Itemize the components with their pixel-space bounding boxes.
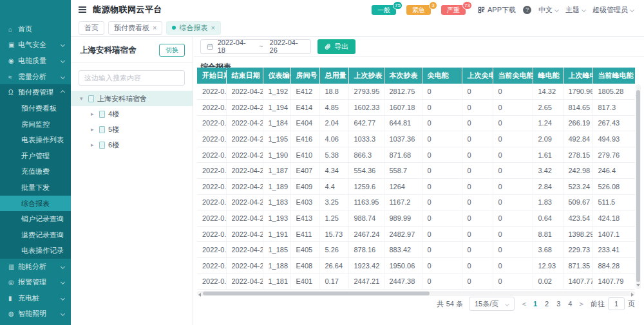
sidebar-subitem-1[interactable]: 房间监控 (0, 116, 71, 133)
sidebar-item-home[interactable]: ⌂首页 (0, 21, 71, 37)
close-icon[interactable]: × (153, 24, 156, 32)
cell: 817.3 (592, 100, 635, 116)
cell: 2467.24 (348, 226, 384, 242)
breadcrumb-tab-0[interactable]: 首页 (79, 21, 104, 35)
goto-suffix: 页 (628, 299, 635, 309)
scroll-left-icon[interactable] (198, 293, 201, 297)
alarm-badge-count: 75 (393, 1, 402, 10)
table-row-8[interactable]: 2022-0...2022-04-26 ...1_193E4131.25988.… (197, 210, 635, 227)
horizontal-scrollbar[interactable] (197, 291, 635, 296)
collapse-arrow-icon[interactable]: ▾ (80, 95, 85, 102)
electrical-safety-icon: ▣ (8, 41, 18, 48)
menu-toggle-icon[interactable] (79, 6, 86, 13)
sidebar-subitem-7[interactable]: 销户记录查询 (0, 211, 71, 227)
table-row-2[interactable]: 2022-0...2022-04-26 ...1_184E4042.04642.… (197, 115, 635, 131)
page-number-3[interactable]: 3 (556, 300, 560, 308)
goto-label: 前往 (591, 299, 605, 309)
table-row-10[interactable]: 2022-0...2022-04-26 ...1_185E4055.26878.… (197, 242, 635, 258)
cell: 0 (462, 210, 493, 227)
sidebar-subitem-3[interactable]: 开户管理 (0, 148, 71, 164)
table-row-7[interactable]: 2022-0...2022-04-26 ...1_183E4033.251163… (197, 194, 635, 210)
horizontal-scrollbar-thumb[interactable] (203, 292, 430, 295)
column-header-4: 总用量 (319, 68, 348, 84)
report-table-wrap: 开始日期结束日期仪表编号房间号总用量上次抄表本次抄表尖电能上次尖电能当前尖电能峰… (197, 68, 635, 290)
page-number-1[interactable]: 1 (533, 300, 537, 308)
table-row-3[interactable]: 2022-0...2022-04-26 ...1_195E4164.061033… (197, 131, 635, 147)
alarm-badge-0[interactable]: 一般75 (372, 5, 396, 15)
tree-root-node[interactable]: ▾ 上海安科瑞宿舍 (71, 91, 193, 106)
export-button[interactable]: 导出 (317, 39, 355, 54)
sidebar-subitem-4[interactable]: 充值缴费 (0, 163, 71, 180)
theme-select[interactable]: 主题 (565, 5, 585, 15)
page-number-2[interactable]: 2 (545, 300, 549, 308)
app-download-button[interactable]: APP下载 (478, 5, 516, 15)
table-row-6[interactable]: 2022-0...2022-04-26 ...1_189E4094.41259.… (197, 179, 635, 195)
expand-arrow-icon[interactable]: ▸ (91, 142, 96, 148)
goto-page-input[interactable] (608, 297, 625, 310)
sidebar-item-prepaid-management[interactable]: Ω预付费管理 (0, 84, 71, 100)
sidebar-subitem-5[interactable]: 批量下发 (0, 180, 71, 196)
cell: 278.15 (563, 147, 592, 163)
cell: 509.67 (563, 194, 592, 210)
page-number-4[interactable]: 4 (568, 300, 572, 308)
table-row-4[interactable]: 2022-0...2022-04-26 ...1_190E4105.38866.… (197, 147, 635, 163)
cell: 1037.36 (384, 131, 422, 147)
sidebar-item-energy-analysis[interactable]: ▥能耗分析 (0, 259, 71, 275)
table-row-5[interactable]: 2022-0...2022-04-26 ...1_187E4074.34554.… (197, 163, 635, 179)
cell: 814.65 (563, 100, 592, 116)
chevron-up-icon (61, 90, 65, 95)
table-row-9[interactable]: 2022-0...2022-04-26 ...1_191E41115.73246… (197, 226, 635, 242)
next-page-button[interactable]: > (578, 300, 585, 308)
tree-node-0[interactable]: ▸4楼 (71, 106, 193, 122)
cell: 1_191 (263, 226, 290, 242)
tree-node-1[interactable]: ▸5楼 (71, 122, 193, 137)
tree-search-input[interactable] (79, 70, 185, 86)
sidebar-item-alarm-management[interactable]: ◎报警管理 (0, 275, 71, 291)
cell: 0 (462, 179, 493, 195)
vertical-scrollbar[interactable] (636, 84, 641, 289)
help-icon[interactable]: ? (523, 6, 531, 14)
sidebar-item-demand-analysis[interactable]: ≈需量分析 (0, 69, 71, 85)
sidebar-item-electrical-safety[interactable]: ▣电气安全 (0, 37, 71, 53)
sidebar-item-charging-pile[interactable]: ▮充电桩 (0, 290, 71, 306)
table-row-12[interactable]: 2022-0...2022-04-26 ...1_181E4010.172447… (197, 274, 635, 290)
close-icon[interactable]: × (211, 24, 214, 32)
table-row-1[interactable]: 2022-0...2022-04-26 ...1_194E4144.851602… (197, 100, 635, 116)
scroll-down-icon[interactable] (636, 284, 640, 286)
cell: 2812.75 (384, 84, 422, 100)
alarm-badge-2[interactable]: 严重73 (441, 5, 466, 15)
sidebar-subitem-9[interactable]: 电表操作记录 (0, 243, 71, 259)
tree-node-2[interactable]: ▸6楼 (71, 137, 193, 153)
sidebar-subitem-6[interactable]: 综合报表 (0, 196, 71, 212)
cell: 2447.38 (384, 274, 422, 290)
sidebar-item-smart-lighting[interactable]: ◍智能照明 (0, 306, 71, 322)
cell: 1_189 (263, 179, 290, 195)
cell: 1_193 (263, 210, 290, 227)
cell: 0 (422, 179, 462, 195)
expand-arrow-icon[interactable]: ▸ (91, 126, 96, 133)
cell: 2022-04-26 ... (226, 100, 263, 116)
breadcrumb-tab-1[interactable]: 预付费看板× (108, 21, 162, 35)
sidebar-menu: ⌂首页▣电气安全◉电能质量≈需量分析Ω预付费管理预付费看板房间监控电表操作列表开… (0, 0, 71, 322)
table-row-0[interactable]: 2022-0...2022-04-26 ...1_192E41218.82793… (197, 84, 635, 100)
page-size-select[interactable]: 15条/页 (469, 297, 515, 311)
language-select[interactable]: 中文 (538, 5, 558, 15)
cell: 2022-04-26 ... (226, 274, 263, 290)
table-row-11[interactable]: 2022-0...2022-04-26 ...1_188E40826.64192… (197, 258, 635, 274)
switch-button[interactable]: 切换 (159, 44, 185, 57)
sidebar-subitem-8[interactable]: 退费记录查询 (0, 227, 71, 243)
prev-page-button[interactable]: < (520, 300, 527, 308)
date-range-picker[interactable]: 2022-04-18 ~ 2022-04-26 (200, 39, 311, 54)
expand-arrow-icon[interactable]: ▸ (91, 111, 96, 117)
user-menu[interactable]: 超级管理员 (592, 5, 634, 15)
sidebar-item-power-quality[interactable]: ◉电能质量 (0, 53, 71, 69)
cell: 5.38 (319, 147, 348, 163)
alarm-badge-1[interactable]: 紧急3 (406, 5, 431, 15)
vertical-scrollbar-thumb[interactable] (636, 90, 640, 282)
sidebar-subitem-2[interactable]: 电表操作列表 (0, 132, 71, 148)
alarm-management-icon: ◎ (8, 279, 18, 286)
main-panel: 2022-04-18 ~ 2022-04-26 导出 综合报表 开始日期结束日期… (194, 37, 644, 325)
sidebar-subitem-0[interactable]: 预付费看板 (0, 100, 71, 116)
cell: E411 (290, 226, 319, 242)
breadcrumb-tab-2[interactable]: 综合报表× (166, 21, 220, 35)
